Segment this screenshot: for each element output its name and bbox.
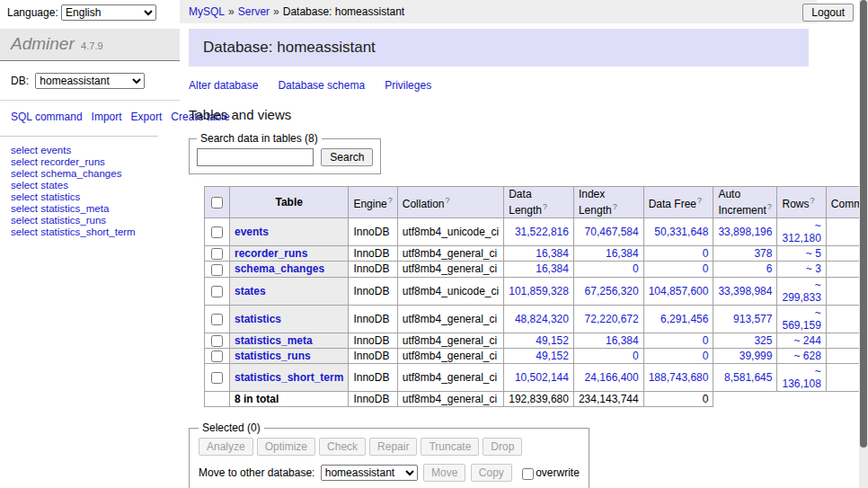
data-free-link[interactable]: 6,291,456 [660,313,708,325]
auto-increment-link[interactable]: 6 [766,262,773,275]
row-checkbox-statistics_short_term[interactable] [211,372,223,384]
data-length-link[interactable]: 49,152 [536,334,569,347]
select-all-checkbox[interactable] [211,197,223,209]
data-free-link[interactable]: 104,857,600 [649,285,709,297]
data-free-link[interactable]: 0 [703,247,709,260]
auto-increment-link[interactable]: 33,898,196 [718,226,772,238]
data-free-link[interactable]: 188,743,680 [649,371,709,384]
data-free-link[interactable]: 0 [703,262,709,275]
index-length-link[interactable]: 72,220,672 [585,313,639,325]
row-checkbox-recorder_runs[interactable] [211,248,223,260]
auto-increment-link[interactable]: 378 [754,247,772,260]
data-length-link[interactable]: 16,384 [536,262,569,275]
help-icon[interactable]: ? [388,196,393,205]
table-structure-link-statistics_meta[interactable]: statistics_meta [235,334,313,347]
data-length-link[interactable]: 101,859,328 [509,285,569,297]
select-link-states[interactable]: select [11,180,38,191]
index-length-link[interactable]: 67,256,320 [585,285,639,297]
repair-button[interactable]: Repair [369,438,417,456]
table-link-statistics[interactable]: statistics [40,191,80,202]
select-link-events[interactable]: select [11,145,38,155]
db-select[interactable]: homeassistant [35,73,145,89]
copy-button[interactable]: Copy [471,464,512,482]
rows-link[interactable]: ~ 5 [806,247,821,260]
check-button[interactable]: Check [319,438,366,456]
select-link-schema_changes[interactable]: select [11,168,38,179]
select-link-statistics_meta[interactable]: select [11,203,38,214]
auto-increment-link[interactable]: 8,581,645 [724,371,772,384]
table-link-events[interactable]: events [40,145,71,155]
rows-link[interactable]: ~ 244 [793,334,820,347]
index-length-link[interactable]: 16,384 [606,247,639,260]
db-nav-alter-database[interactable]: Alter database [189,79,258,92]
help-icon[interactable]: ? [543,202,547,211]
rows-link[interactable]: ~ 136,108 [782,365,820,390]
move-button[interactable]: Move [423,464,465,482]
search-button[interactable]: Search [321,148,373,166]
help-icon[interactable]: ? [697,196,702,205]
data-length-link[interactable]: 10,502,144 [515,371,569,384]
row-checkbox-states[interactable] [211,286,223,297]
overwrite-checkbox[interactable] [522,468,534,480]
table-structure-link-events[interactable]: events [235,226,269,238]
scrollbar-thumb[interactable] [860,0,867,448]
table-structure-link-states[interactable]: states [235,285,266,297]
data-length-link[interactable]: 49,152 [536,350,569,362]
select-link-statistics_runs[interactable]: select [11,215,38,226]
index-length-link[interactable]: 70,467,584 [585,226,639,238]
rows-link[interactable]: ~ 628 [793,350,820,362]
table-structure-link-recorder_runs[interactable]: recorder_runs [235,247,307,260]
analyze-button[interactable]: Analyze [199,438,253,456]
rows-link[interactable]: ~ 569,159 [782,306,820,332]
truncate-button[interactable]: Truncate [421,438,479,456]
index-length-link[interactable]: 0 [633,350,639,362]
help-icon[interactable]: ? [767,202,772,211]
help-icon[interactable]: ? [445,196,449,205]
breadcrumb-link-server[interactable]: Server [238,5,270,18]
table-link-schema_changes[interactable]: schema_changes [40,168,121,179]
data-length-link[interactable]: 31,522,816 [515,226,569,238]
drop-button[interactable]: Drop [483,438,522,456]
data-free-link[interactable]: 0 [703,334,709,347]
table-structure-link-schema_changes[interactable]: schema_changes [235,262,324,275]
language-select[interactable]: English [61,4,156,21]
data-length-link[interactable]: 16,384 [536,247,569,260]
table-structure-link-statistics_short_term[interactable]: statistics_short_term [235,371,343,384]
optimize-button[interactable]: Optimize [257,438,315,456]
help-icon[interactable]: ? [613,202,617,211]
auto-increment-link[interactable]: 39,999 [740,350,773,362]
help-icon[interactable]: ? [810,196,814,205]
row-checkbox-statistics_meta[interactable] [211,335,223,347]
table-link-statistics_short_term[interactable]: statistics_short_term [40,226,135,237]
overwrite-option[interactable]: overwrite [520,466,580,479]
table-link-states[interactable]: states [40,180,68,191]
search-input[interactable] [197,148,314,166]
table-link-statistics_meta[interactable]: statistics_meta [40,203,109,214]
logout-button[interactable]: Logout [802,4,854,22]
rows-link[interactable]: ~ 299,833 [782,279,820,304]
index-length-link[interactable]: 16,384 [606,334,639,347]
db-nav-privileges[interactable]: Privileges [385,79,431,92]
auto-increment-link[interactable]: 913,577 [733,313,772,325]
scrollbar[interactable] [859,0,868,488]
auto-increment-link[interactable]: 325 [754,334,772,347]
select-link-statistics[interactable]: select [11,191,38,202]
rows-link[interactable]: ~ 312,180 [782,219,820,244]
index-length-link[interactable]: 24,166,400 [585,371,639,384]
select-link-statistics_short_term[interactable]: select [11,226,38,237]
breadcrumb-link-mysql[interactable]: MySQL [189,5,225,18]
data-length-link[interactable]: 48,824,320 [515,313,569,325]
table-structure-link-statistics[interactable]: statistics [235,313,281,325]
index-length-link[interactable]: 0 [633,262,639,275]
data-free-link[interactable]: 0 [703,350,709,362]
row-checkbox-statistics[interactable] [211,314,223,325]
table-link-statistics_runs[interactable]: statistics_runs [40,215,106,226]
row-checkbox-schema_changes[interactable] [211,264,223,276]
sidebar-action-sql-command[interactable]: SQL command [11,111,83,123]
db-nav-database-schema[interactable]: Database schema [278,79,365,92]
table-link-recorder_runs[interactable]: recorder_runs [40,156,105,167]
data-free-link[interactable]: 50,331,648 [654,226,708,238]
row-checkbox-events[interactable] [211,226,223,238]
select-link-recorder_runs[interactable]: select [11,156,38,167]
auto-increment-link[interactable]: 33,398,984 [718,285,772,297]
